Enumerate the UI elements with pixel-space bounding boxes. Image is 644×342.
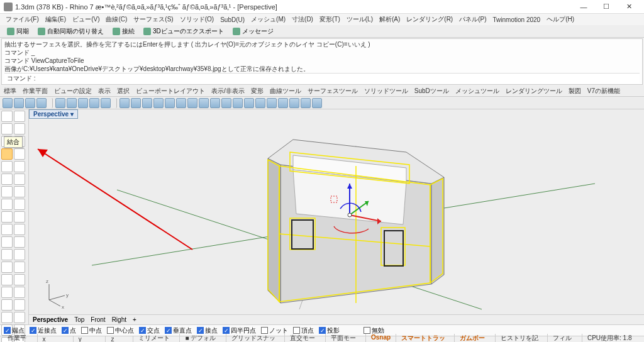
print-icon[interactable]: [36, 98, 47, 108]
tool-icon[interactable]: [255, 98, 265, 108]
osnap-point[interactable]: ✓点: [62, 326, 76, 335]
command-input[interactable]: [36, 75, 637, 82]
tool-icon[interactable]: [301, 98, 311, 108]
status-filter[interactable]: フィルタ: [548, 334, 582, 343]
open-icon[interactable]: [14, 98, 24, 108]
tool-icon[interactable]: [221, 98, 231, 108]
export3d-button[interactable]: 3Dビューのエクスポート: [140, 26, 228, 37]
tool-icon[interactable]: [14, 299, 25, 311]
status-osnap[interactable]: Osnap: [366, 334, 396, 343]
vtab-top[interactable]: Top: [74, 316, 84, 323]
join-tool-icon[interactable]: [1, 148, 13, 160]
arc-icon[interactable]: [14, 186, 25, 197]
menu-transform[interactable]: 変形(T): [316, 15, 343, 24]
tab-viewportlayout[interactable]: ビューポートレイアウト: [136, 87, 205, 96]
menu-render[interactable]: レンダリング(R): [403, 15, 456, 24]
pointer-icon[interactable]: [1, 111, 13, 122]
tool-icon[interactable]: [14, 161, 25, 172]
status-plane[interactable]: 作業平面: [3, 334, 38, 343]
tab-select[interactable]: 選択: [117, 87, 130, 96]
vtab-front[interactable]: Front: [91, 316, 105, 323]
status-layer[interactable]: ■ デフォルト: [180, 334, 226, 343]
tool-icon[interactable]: [131, 98, 141, 108]
menu-view[interactable]: ビュー(V): [69, 15, 103, 24]
tool-icon[interactable]: [14, 287, 25, 298]
osnap-cen[interactable]: 中心点: [107, 326, 134, 335]
message-button[interactable]: メッセージ: [229, 26, 277, 37]
tool-icon[interactable]: [14, 236, 25, 248]
tool-icon[interactable]: [267, 98, 277, 108]
status-units[interactable]: ミリメートル: [133, 334, 180, 343]
tab-subdtools[interactable]: SubDツール: [414, 87, 449, 96]
menu-twinmotion[interactable]: Twinmotion 2020: [490, 16, 544, 23]
tab-rendertools[interactable]: レンダリングツール: [506, 87, 562, 96]
tab-standard[interactable]: 標準: [4, 87, 16, 96]
tab-setview[interactable]: ビューの設定: [54, 87, 92, 96]
tool-icon[interactable]: [1, 287, 13, 298]
curve-icon[interactable]: [1, 211, 13, 223]
minimize-button[interactable]: —: [572, 1, 595, 13]
menu-subd[interactable]: SubD(U): [217, 16, 248, 23]
tool-icon[interactable]: [278, 98, 288, 108]
tab-drafting[interactable]: 製図: [569, 87, 581, 96]
tool-icon[interactable]: [244, 98, 254, 108]
redo-icon[interactable]: [101, 98, 111, 108]
status-grid[interactable]: グリッドスナップ: [226, 334, 285, 343]
tab-curvetools[interactable]: 曲線ツール: [270, 87, 301, 96]
tab-meshtools[interactable]: メッシュツール: [455, 87, 499, 96]
maximize-button[interactable]: ☐: [595, 1, 618, 13]
tool-icon[interactable]: [210, 98, 220, 108]
tool-icon[interactable]: [14, 274, 25, 285]
tool-icon[interactable]: [14, 312, 25, 323]
menu-curve[interactable]: 曲線(C): [103, 15, 130, 24]
tool-icon[interactable]: [14, 249, 25, 260]
tool-icon[interactable]: [119, 98, 130, 108]
circle-icon[interactable]: [1, 186, 13, 197]
tool-icon[interactable]: [233, 98, 243, 108]
tool-icon[interactable]: [1, 299, 13, 311]
tool-icon[interactable]: [1, 123, 13, 135]
polyline-icon[interactable]: [14, 174, 25, 185]
tab-surfacetools[interactable]: サーフェスツール: [308, 87, 358, 96]
autosync-button[interactable]: 自動同期の切り替え: [34, 26, 108, 37]
tool-icon[interactable]: [176, 98, 186, 108]
status-smart[interactable]: スマートトラック: [396, 334, 455, 343]
status-history[interactable]: ヒストリを記録: [496, 334, 548, 343]
tab-transform[interactable]: 変形: [251, 87, 264, 96]
vtab-perspective[interactable]: Perspective: [33, 316, 68, 323]
new-icon[interactable]: [3, 98, 13, 108]
undo-icon[interactable]: [89, 98, 99, 108]
copy-icon[interactable]: [67, 98, 77, 108]
tool-icon[interactable]: [289, 98, 299, 108]
lasso-icon[interactable]: [14, 111, 25, 122]
viewport-label[interactable]: Perspective▾: [29, 109, 78, 119]
cylinder-icon[interactable]: [1, 236, 13, 248]
menu-help[interactable]: ヘルプ(H): [543, 15, 577, 24]
menu-tools[interactable]: ツール(L): [343, 15, 376, 24]
tab-cplane[interactable]: 作業平面: [23, 87, 48, 96]
menu-solid[interactable]: ソリッド(O): [177, 15, 217, 24]
box-icon[interactable]: [14, 224, 25, 235]
tool-icon[interactable]: [1, 312, 13, 323]
tool-icon[interactable]: [1, 274, 13, 285]
tool-icon[interactable]: [312, 98, 322, 108]
rectangle-icon[interactable]: [1, 199, 13, 210]
point-icon[interactable]: [1, 161, 13, 172]
menu-panels[interactable]: パネル(P): [456, 15, 489, 24]
tool-icon[interactable]: [14, 262, 25, 273]
menu-analyze[interactable]: 解析(A): [376, 15, 403, 24]
tab-display[interactable]: 表示: [98, 87, 111, 96]
tool-icon[interactable]: [1, 249, 13, 260]
status-gumball[interactable]: ガムボール: [455, 334, 495, 343]
status-ortho[interactable]: 直交モード: [285, 334, 325, 343]
tool-icon[interactable]: [153, 98, 164, 108]
viewport[interactable]: Perspective▾: [29, 109, 644, 324]
viewport-canvas[interactable]: y x z: [29, 121, 644, 314]
tool-icon[interactable]: [14, 211, 25, 223]
line-icon[interactable]: [1, 174, 13, 185]
menu-surface[interactable]: サーフェス(S): [130, 15, 176, 24]
tab-v7new[interactable]: V7の新機能: [587, 87, 620, 96]
vtab-add[interactable]: +: [133, 316, 136, 323]
explode-icon[interactable]: [14, 148, 25, 160]
tool-icon[interactable]: [1, 262, 13, 273]
